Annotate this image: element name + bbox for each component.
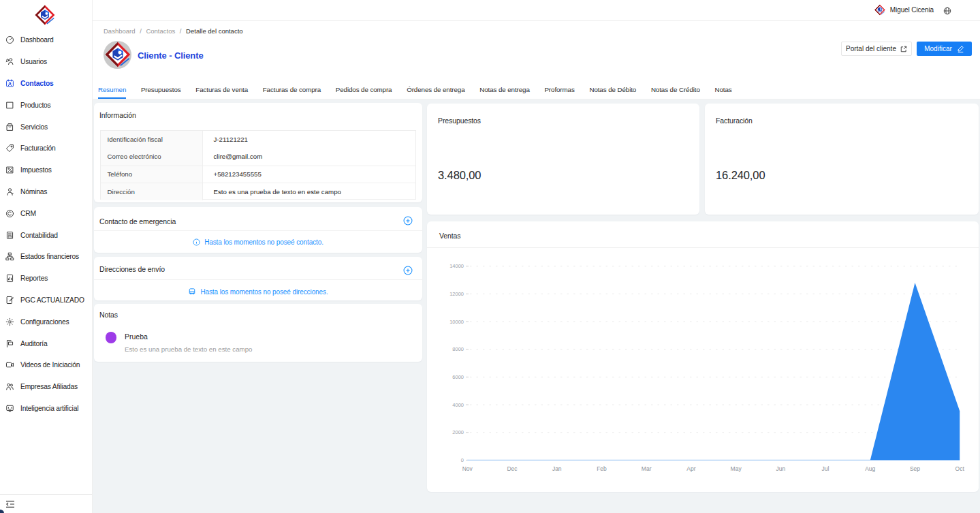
svg-text:10000: 10000 bbox=[449, 319, 464, 325]
svg-text:2000: 2000 bbox=[452, 429, 464, 435]
svg-text:Apr: Apr bbox=[686, 465, 695, 472]
svg-text:Jan: Jan bbox=[552, 465, 562, 472]
svg-text:8000: 8000 bbox=[452, 346, 464, 352]
svg-text:Mar: Mar bbox=[642, 465, 652, 472]
svg-text:12000: 12000 bbox=[449, 291, 464, 297]
svg-text:14000: 14000 bbox=[449, 263, 464, 269]
svg-text:4000: 4000 bbox=[452, 402, 464, 408]
svg-text:Jul: Jul bbox=[822, 465, 829, 472]
svg-text:6000: 6000 bbox=[452, 374, 464, 380]
svg-text:Aug: Aug bbox=[865, 465, 875, 472]
svg-text:May: May bbox=[731, 465, 742, 472]
svg-text:Feb: Feb bbox=[597, 465, 607, 472]
svg-text:Oct: Oct bbox=[955, 465, 965, 472]
svg-text:Nov: Nov bbox=[462, 465, 473, 472]
svg-text:Dec: Dec bbox=[507, 465, 518, 472]
svg-text:Jun: Jun bbox=[776, 465, 785, 472]
svg-text:0: 0 bbox=[461, 457, 464, 463]
svg-text:Sep: Sep bbox=[910, 465, 920, 472]
